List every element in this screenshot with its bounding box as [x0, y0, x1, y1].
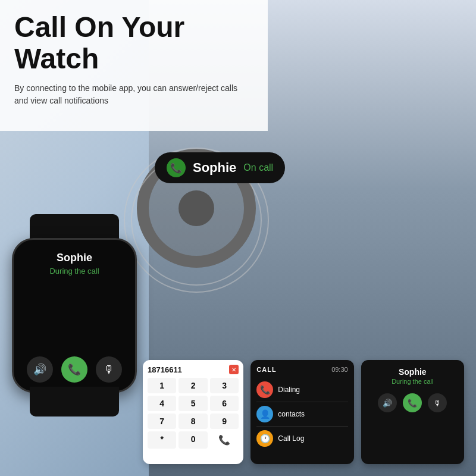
dialing-icon: 📞 [256, 381, 273, 398]
during-caller-name: Sophie [399, 367, 427, 377]
dialpad-close-button[interactable]: ✕ [229, 365, 239, 374]
during-mic-button[interactable]: 🎙 [428, 393, 447, 412]
during-speaker-button[interactable]: 🔊 [378, 393, 397, 412]
dialpad-call-button[interactable]: 📞 [210, 431, 239, 449]
dialpad-key-9[interactable]: 9 [210, 414, 239, 429]
dialpad-key-4[interactable]: 4 [148, 396, 176, 411]
call-log-label: Call Log [278, 434, 304, 443]
dialpad-key-1[interactable]: 1 [148, 378, 176, 393]
watch-action-buttons: 🔊 📞 🎙 [27, 356, 122, 383]
call-log-icon: 🕐 [256, 430, 273, 447]
contacts-icon: 👤 [256, 406, 273, 422]
watch-mic-button[interactable]: 🎙 [96, 356, 122, 383]
page-subtitle: By connecting to the mobile app, you can… [14, 82, 253, 107]
contacts-label: contacts [278, 410, 305, 418]
on-call-pill: 📞 Sophie On call [155, 152, 285, 183]
call-menu-title: CALL [256, 366, 276, 373]
watch-body: Sophie During the call 🔊 📞 🎙 [12, 238, 137, 393]
on-call-status: On call [243, 162, 273, 173]
dialpad-key-6[interactable]: 6 [210, 396, 239, 411]
call-menu-log[interactable]: 🕐 Call Log [256, 427, 347, 450]
dialpad-key-5[interactable]: 5 [178, 396, 207, 411]
call-menu-time: 09:30 [331, 366, 348, 373]
call-menu-header: CALL 09:30 [256, 366, 347, 373]
watch-band-bottom [30, 387, 119, 416]
watch-side-button[interactable] [135, 287, 137, 311]
dialpad-grid: 1 2 3 4 5 6 7 8 9 * 0 📞 [148, 378, 239, 449]
during-call-button[interactable]: 📞 [403, 393, 422, 412]
call-menu-contacts[interactable]: 👤 contacts [256, 402, 347, 427]
dialpad-panel: 18716611 ✕ 1 2 3 4 5 6 7 8 9 * 0 📞 [143, 360, 243, 464]
dialpad-key-0[interactable]: 0 [178, 431, 207, 449]
during-call-panel: Sophie During the call 🔊 📞 🎙 [361, 360, 464, 464]
watch-screen: Sophie During the call 🔊 📞 🎙 [14, 240, 135, 391]
call-menu-panel: CALL 09:30 📞 Dialing 👤 contacts 🕐 Call L… [250, 360, 353, 464]
call-menu-dialing[interactable]: 📞 Dialing [256, 378, 347, 402]
text-area: Call On Your Watch By connecting to the … [0, 0, 268, 131]
dialpad-key-3[interactable]: 3 [210, 378, 239, 393]
watch-call-button[interactable]: 📞 [61, 356, 87, 383]
dialpad-key-star[interactable]: * [148, 431, 176, 449]
dialpad-key-7[interactable]: 7 [148, 414, 176, 429]
dialpad-number: 18716611 [148, 365, 182, 374]
during-call-status: During the call [392, 378, 433, 385]
watch-caller-name: Sophie [57, 252, 92, 264]
watch-call-status: During the call [49, 267, 99, 275]
panels-row: 18716611 ✕ 1 2 3 4 5 6 7 8 9 * 0 📞 CALL … [143, 360, 464, 464]
page-title: Call On Your Watch [14, 12, 253, 75]
dialing-label: Dialing [278, 386, 300, 394]
dialpad-key-2[interactable]: 2 [178, 378, 207, 393]
watch-speaker-button[interactable]: 🔊 [27, 356, 53, 383]
dialpad-header: 18716611 ✕ [148, 365, 239, 374]
main-smartwatch: Sophie During the call 🔊 📞 🎙 [12, 238, 137, 393]
dialpad-key-8[interactable]: 8 [178, 414, 207, 429]
phone-icon: 📞 [167, 158, 186, 177]
during-call-buttons: 🔊 📞 🎙 [378, 393, 447, 412]
on-call-name: Sophie [193, 160, 236, 176]
